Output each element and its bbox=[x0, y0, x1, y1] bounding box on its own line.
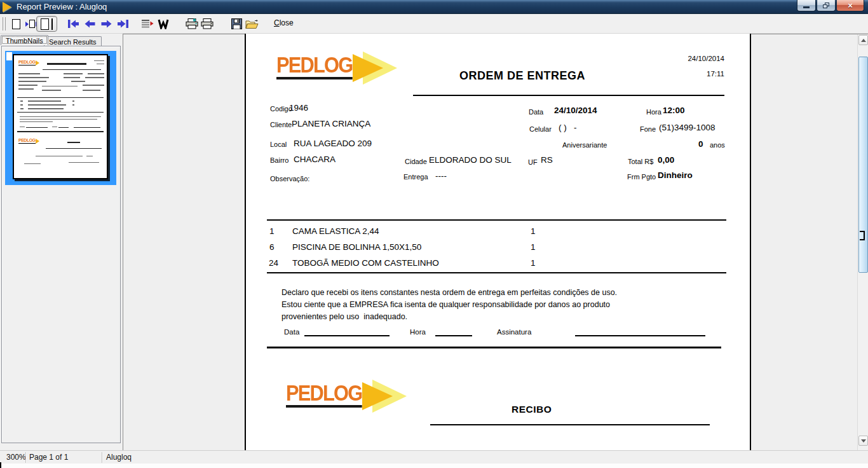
thumb-content-line bbox=[67, 142, 80, 143]
item-description: TOBOGÃ MEDIO COM CASTELINHO bbox=[292, 258, 439, 268]
thumb-content-line bbox=[88, 73, 104, 74]
cliente-value: PLANETA CRIANÇA bbox=[292, 119, 370, 128]
first-page-button[interactable] bbox=[66, 16, 80, 32]
cidade-value: ELDORADO DO SUL bbox=[429, 155, 512, 165]
thumbnail-notch bbox=[6, 52, 12, 60]
report-name: Alugloq bbox=[106, 453, 132, 462]
restore-button[interactable] bbox=[817, 0, 836, 11]
zoom-100-button[interactable] bbox=[36, 16, 57, 32]
item-qty: 1 bbox=[531, 226, 536, 236]
entrega-value: ---- bbox=[435, 171, 447, 181]
pedlog-logo-text: PEDLOG bbox=[276, 53, 353, 79]
fone-label: Fone bbox=[640, 125, 656, 133]
thumb-content-line bbox=[20, 121, 53, 122]
entrega-label: Entrega bbox=[403, 173, 428, 181]
item-description: PISCINA DE BOLINHA 1,50X1,50 bbox=[292, 242, 421, 252]
thumb-content-line bbox=[71, 81, 85, 82]
thumb-content-line bbox=[18, 81, 46, 82]
item-code: 24 bbox=[269, 258, 278, 268]
data-value: 24/10/2014 bbox=[554, 106, 597, 115]
tab-search-results[interactable]: Search Results bbox=[44, 36, 102, 46]
thumb-content-line bbox=[97, 64, 104, 64]
printer-setup-button[interactable] bbox=[184, 16, 200, 32]
scroll-up-button[interactable] bbox=[858, 35, 868, 45]
tab-thumbnails[interactable]: ThumbNails bbox=[1, 35, 48, 45]
signature-hora-line bbox=[435, 335, 472, 336]
scroll-down-icon bbox=[861, 439, 866, 443]
close-preview-button[interactable]: Close bbox=[274, 18, 294, 27]
goto-page-button[interactable] bbox=[140, 16, 154, 32]
frm-pgto-value: Dinheiro bbox=[658, 170, 693, 180]
load-report-button[interactable] bbox=[243, 16, 260, 32]
scroll-down-button[interactable] bbox=[858, 436, 868, 446]
thumb-content-line bbox=[20, 127, 25, 127]
thumb-content-line bbox=[28, 108, 64, 109]
close-window-button[interactable]: × bbox=[836, 0, 864, 11]
pedlog-logo: PEDLOG bbox=[276, 53, 363, 79]
cliente-label: Cliente bbox=[270, 121, 292, 128]
thumb-content-line bbox=[28, 104, 66, 106]
printer-setup-icon bbox=[186, 18, 198, 29]
uf-value: RS bbox=[541, 155, 553, 165]
thumb-content-line bbox=[64, 73, 83, 74]
thumb-content-line bbox=[36, 156, 83, 156]
thumb-content-line bbox=[86, 156, 93, 156]
statusbar-separator bbox=[25, 452, 26, 463]
cidade-label: Cidade bbox=[405, 158, 427, 165]
tab-thumbnails-label: ThumbNails bbox=[6, 37, 43, 45]
declaration-line: Estou ciente que a EMPRESA fica isenta d… bbox=[281, 299, 610, 311]
section-divider-rule bbox=[267, 347, 721, 348]
thumb-content-line bbox=[83, 85, 104, 86]
page-thumbnail[interactable]: PEDLOG bbox=[13, 54, 108, 179]
idade-value: 0 bbox=[698, 139, 703, 149]
close-icon: × bbox=[848, 1, 853, 10]
thumb-content-line bbox=[20, 104, 23, 106]
previous-page-icon bbox=[84, 19, 96, 29]
zoom-whole-page-button[interactable] bbox=[8, 16, 24, 32]
thumb-content-line bbox=[46, 148, 102, 149]
fone-value: (51)3499-1008 bbox=[659, 123, 715, 132]
thumb-content-line bbox=[72, 104, 74, 106]
item-description: CAMA ELASTICA 2,44 bbox=[292, 226, 379, 236]
signature-data-line bbox=[304, 335, 390, 336]
app-icon bbox=[3, 2, 11, 12]
scrollbar-thumb[interactable] bbox=[858, 57, 868, 273]
thumb-content-line bbox=[83, 90, 100, 91]
last-page-button[interactable] bbox=[116, 16, 130, 32]
vertical-scrollbar[interactable] bbox=[857, 34, 868, 450]
thumb-content-line bbox=[17, 131, 104, 132]
toolbar-grip[interactable] bbox=[3, 17, 6, 31]
page-left-edge bbox=[245, 34, 246, 450]
search-icon bbox=[158, 19, 169, 29]
thumb-content-line bbox=[17, 97, 104, 98]
previous-page-button[interactable] bbox=[83, 16, 97, 32]
thumb-content-line bbox=[94, 60, 104, 61]
report-page: PEDLOG ORDEM DE ENTREGA 24/10/2014 17:11… bbox=[246, 34, 750, 450]
hora-label: Hora bbox=[646, 108, 661, 116]
zoom-level: 300% bbox=[6, 453, 26, 462]
recibo-title: RECIBO bbox=[512, 404, 552, 415]
last-page-icon bbox=[117, 19, 129, 29]
item-code: 1 bbox=[269, 226, 275, 236]
print-button[interactable] bbox=[200, 16, 215, 32]
zoom-100-icon bbox=[41, 18, 53, 30]
observacao-label: Observação: bbox=[270, 175, 309, 182]
search-button[interactable] bbox=[156, 16, 170, 32]
toolbar: Close bbox=[0, 14, 868, 34]
pedlog-logo-arrow bbox=[362, 380, 408, 414]
first-page-icon bbox=[67, 19, 79, 29]
total-label: Total R$ bbox=[628, 158, 653, 165]
thumb-content-line bbox=[42, 90, 61, 91]
minimize-icon bbox=[803, 6, 810, 8]
minimize-button[interactable] bbox=[797, 0, 816, 11]
thumb-content-line bbox=[85, 77, 104, 78]
bairro-label: Bairro bbox=[270, 156, 288, 164]
thumb-content-line bbox=[20, 116, 101, 117]
next-page-button[interactable] bbox=[99, 16, 113, 32]
data-label: Data bbox=[529, 108, 543, 116]
save-report-button[interactable] bbox=[229, 16, 244, 32]
thumbnails-panel[interactable]: PEDLOG bbox=[1, 46, 121, 443]
thumb-content-line bbox=[69, 162, 99, 163]
pedlog-logo-recibo: PEDLOG bbox=[286, 382, 372, 408]
thumb-content-line bbox=[64, 77, 80, 78]
